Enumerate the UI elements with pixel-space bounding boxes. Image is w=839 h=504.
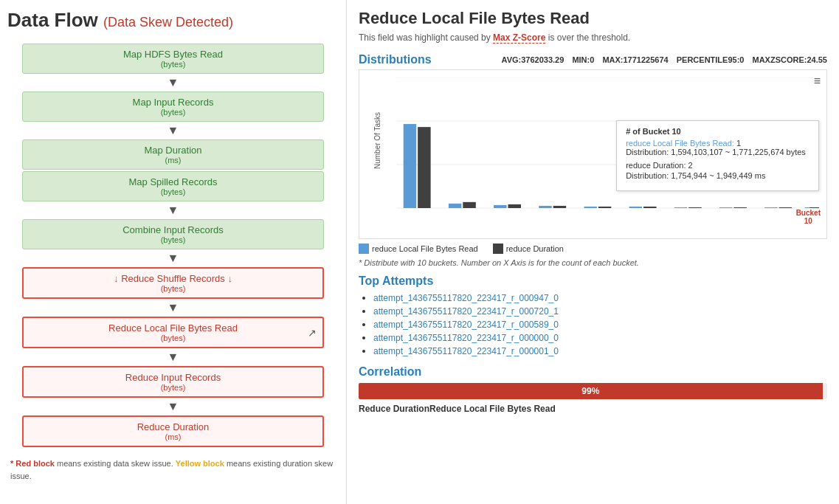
flow-item-sub: (bytes) (31, 334, 315, 342)
highlight-link[interactable]: Max Z-Score (493, 32, 545, 44)
flow-item-map-spilled[interactable]: Map Spilled Records (bytes) (22, 171, 324, 201)
bucket-10-label: Bucket10 (796, 209, 821, 225)
flow-item-sub: (bytes) (31, 284, 315, 293)
stat-avg: AVG:3762033.29 (502, 55, 564, 64)
highlight-end-text: is over the threshold. (548, 32, 630, 43)
flow-arrow: ▼ (7, 75, 339, 90)
y-axis-label: Number Of Tasks (373, 139, 381, 169)
svg-rect-10 (449, 204, 461, 208)
flow-item-map-duration[interactable]: Map Duration (ms) (22, 139, 324, 170)
left-panel: Data Flow (Data Skew Detected) Map HDFS … (0, 0, 347, 504)
flow-item-sub: (bytes) (30, 60, 316, 69)
flow-arrow: ▼ (7, 123, 339, 138)
tooltip-blue-row: reduce Local File Bytes Read: 1 (626, 139, 809, 148)
flow-item-reduce-input[interactable]: Reduce Input Records (bytes) (22, 366, 324, 398)
svg-rect-20 (674, 207, 687, 208)
list-item: attempt_1436755117820_223417_r_000589_0 (373, 319, 827, 330)
legend-text: * Red block means existing data skew iss… (7, 458, 339, 482)
highlight-note-text: This field was highlight caused by (359, 32, 493, 43)
distributions-label: Distributions (359, 53, 432, 66)
svg-rect-16 (584, 207, 596, 208)
svg-rect-17 (598, 207, 611, 208)
svg-rect-14 (539, 206, 551, 208)
flow-item-sub: (ms) (31, 432, 315, 441)
svg-rect-11 (463, 202, 475, 208)
flow-arrow: ▼ (7, 300, 339, 315)
attempt-link[interactable]: attempt_1436755117820_223417_r_000947_0 (373, 293, 559, 303)
tooltip-blue-value: 1 (736, 139, 741, 148)
detail-title: Reduce Local File Bytes Read (359, 9, 827, 28)
red-legend-bold: * Red block (10, 459, 55, 468)
flow-item-map-hdfs[interactable]: Map HDFS Bytes Read (bytes) (22, 44, 324, 74)
tooltip-dur-label: reduce Duration: 2 (626, 161, 809, 170)
flow-item-sub: (ms) (30, 156, 316, 165)
chart-legend: reduce Local File Bytes Read reduce Dura… (359, 244, 827, 254)
flow-item-title: Reduce Input Records (31, 372, 315, 383)
tooltip-title: # of Bucket 10 (626, 127, 809, 136)
chart-tooltip: # of Bucket 10 reduce Local File Bytes R… (616, 120, 819, 191)
flow-item-map-input[interactable]: Map Input Records (bytes) (22, 92, 324, 122)
flow-item-title: Map Duration (30, 145, 316, 156)
flow-item-sub: (bytes) (31, 383, 315, 392)
stat-percentile: PERCENTILE95:0 (677, 55, 745, 64)
title-text: Data Flow (7, 9, 98, 31)
flow-item-title: Reduce Local File Bytes Read (31, 322, 315, 334)
correlation-value: 99% (581, 386, 599, 396)
flow-item-sub: (bytes) (30, 108, 316, 117)
svg-rect-15 (553, 206, 566, 208)
flow-item-combine-input[interactable]: Combine Input Records (bytes) (22, 219, 324, 249)
top-attempts-label: Top Attempts (359, 275, 827, 288)
legend-dark-label: reduce Duration (506, 244, 564, 253)
svg-rect-18 (629, 207, 642, 208)
stat-min: MIN:0 (572, 55, 594, 64)
tooltip-blue-label: reduce Local File Bytes Read: (626, 139, 734, 148)
attempt-link[interactable]: attempt_1436755117820_223417_r_000720_1 (373, 306, 559, 317)
expand-icon: ↗ (308, 327, 317, 339)
list-item: attempt_1436755117820_223417_r_000720_1 (373, 305, 827, 317)
tooltip-dur-dist: Distribution: 1,754,944 ~ 1,949,449 ms (626, 171, 809, 180)
flow-item-title: Map Input Records (30, 97, 316, 108)
svg-rect-8 (404, 124, 416, 208)
svg-rect-25 (779, 207, 792, 208)
svg-rect-13 (508, 204, 521, 208)
attempt-link[interactable]: attempt_1436755117820_223417_r_000000_0 (373, 333, 559, 343)
correlation-bar-fill: 99% (359, 383, 823, 399)
red-legend-desc: means existing data skew issue. (57, 459, 176, 468)
flow-item-reduce-duration[interactable]: Reduce Duration (ms) (22, 415, 324, 447)
correlation-desc: Reduce DurationReduce Local File Bytes R… (359, 404, 827, 414)
svg-rect-19 (643, 207, 656, 208)
svg-rect-21 (688, 207, 701, 208)
flow-item-reduce-local[interactable]: Reduce Local File Bytes Read (bytes) ↗ (22, 317, 324, 348)
svg-rect-27 (809, 207, 819, 208)
flow-item-title: Map HDFS Bytes Read (30, 49, 316, 60)
attempt-link[interactable]: attempt_1436755117820_223417_r_000589_0 (373, 320, 559, 330)
flow-arrow: ▼ (7, 251, 339, 266)
legend-item-dark: reduce Duration (493, 244, 564, 254)
attempts-list: attempt_1436755117820_223417_r_000947_0 … (359, 292, 827, 356)
legend-blue-label: reduce Local File Bytes Read (372, 244, 478, 253)
stat-max: MAX:1771225674 (602, 55, 668, 64)
flow-item-reduce-shuffle[interactable]: ↓ Reduce Shuffle Records ↓ (bytes) (22, 267, 324, 299)
flow-item-sub: (bytes) (30, 235, 316, 244)
flow-arrow: ▼ (7, 203, 339, 218)
distribute-note: * Distribute with 10 buckets. Number on … (359, 258, 827, 267)
correlation-bar: 99% (359, 383, 827, 399)
attempt-link[interactable]: attempt_1436755117820_223417_r_000001_0 (373, 346, 559, 356)
flow-item-title: Reduce Duration (31, 421, 315, 432)
list-item: attempt_1436755117820_223417_r_000001_0 (373, 345, 827, 356)
highlight-note: This field was highlight caused by Max Z… (359, 32, 827, 43)
svg-rect-12 (494, 205, 506, 208)
right-panel: Reduce Local File Bytes Read This field … (347, 0, 839, 504)
flow-item-sub: (bytes) (30, 187, 316, 196)
tooltip-blue-dist: Distribution: 1,594,103,107 ~ 1,771,225,… (626, 148, 809, 156)
flow-arrow: ▼ (7, 350, 339, 365)
chart-container: ≡ Number Of Tasks 1500 1000 500 0 (359, 69, 827, 239)
skew-warning: (Data Skew Detected) (103, 15, 233, 30)
svg-rect-24 (764, 207, 777, 208)
flow-item-title: Combine Input Records (30, 224, 316, 235)
svg-rect-9 (418, 127, 430, 208)
list-item: attempt_1436755117820_223417_r_000947_0 (373, 292, 827, 303)
svg-rect-22 (719, 207, 732, 208)
flow-item-title: Map Spilled Records (30, 176, 316, 187)
distributions-stats: AVG:3762033.29 MIN:0 MAX:1771225674 PERC… (496, 55, 828, 64)
